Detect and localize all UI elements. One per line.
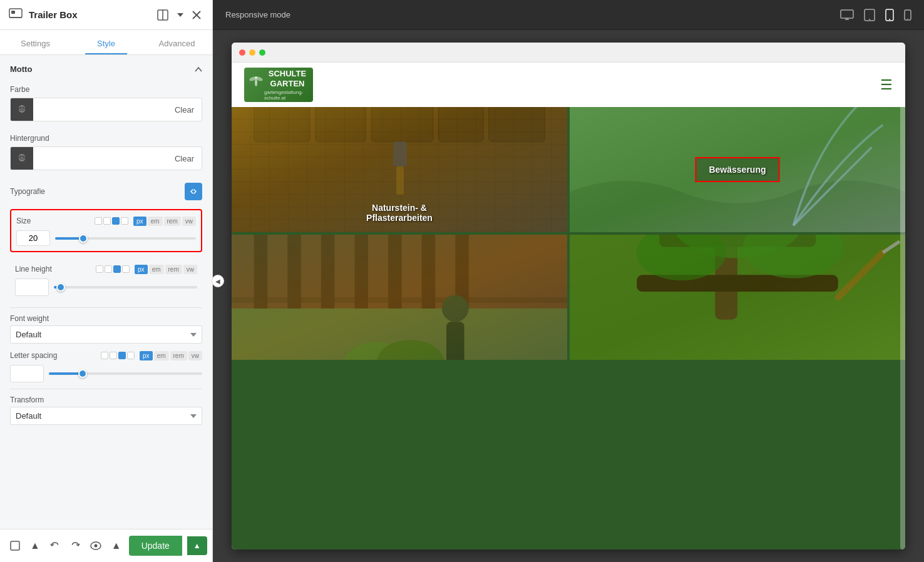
ls-unit-em[interactable]: em — [154, 351, 169, 360]
collapse-panel-btn[interactable]: ◀ — [213, 275, 224, 287]
ls-sq4[interactable] — [127, 352, 135, 359]
close-btn[interactable] — [190, 9, 203, 21]
mobile-icon[interactable] — [885, 9, 894, 21]
size-unit-em[interactable]: em — [148, 217, 163, 226]
svg-rect-12 — [841, 10, 853, 18]
motto-section-toggle[interactable] — [195, 64, 202, 74]
grid-caption-2-highlighted: Bewässerung — [695, 157, 779, 182]
hamburger-menu[interactable]: ☰ — [880, 77, 893, 93]
grid-caption-1: Naturstein- &Pflasterarbeiten — [232, 203, 567, 223]
svg-rect-49 — [422, 235, 435, 309]
lh-input[interactable] — [15, 278, 49, 296]
svg-rect-9 — [11, 541, 19, 550]
lh-sq3[interactable] — [113, 265, 121, 273]
size-sq3[interactable] — [112, 217, 120, 225]
transform-label: Transform — [10, 396, 202, 404]
right-panel: Responsive mode — [213, 0, 924, 562]
svg-point-20 — [907, 18, 908, 19]
svg-rect-38 — [396, 166, 404, 195]
lh-sq1[interactable] — [96, 265, 103, 273]
ls-sq3[interactable] — [118, 352, 126, 359]
logo-sub: gartengestaltung-schulte.at — [264, 89, 311, 101]
footer-dropdown-btn[interactable]: ▲ — [109, 538, 124, 554]
browser-frame-container: SCHULTE GARTEN gartengestaltung-schulte.… — [213, 30, 924, 562]
ls-input[interactable] — [10, 365, 44, 382]
ls-slider-track[interactable] — [49, 372, 202, 375]
logo-text-garten: GARTEN — [264, 79, 311, 89]
svg-point-16 — [869, 19, 870, 20]
preview-scrollbar[interactable] — [900, 63, 905, 549]
transform-wrapper: Transform Default None Uppercase Lowerca… — [10, 396, 202, 425]
ls-unit-rem[interactable]: rem — [170, 351, 187, 360]
svg-rect-47 — [355, 235, 368, 309]
undo-btn[interactable] — [48, 538, 63, 553]
lh-unit-rem[interactable]: rem — [165, 265, 182, 274]
browser-content: SCHULTE GARTEN gartengestaltung-schulte.… — [232, 63, 905, 549]
size-unit-vw[interactable]: vw — [182, 217, 196, 226]
size-sq1[interactable] — [95, 217, 102, 225]
svg-point-24 — [255, 76, 257, 79]
hintergrund-clear-btn[interactable]: Clear — [33, 154, 202, 163]
topbar: Responsive mode — [213, 0, 924, 30]
lh-slider-track[interactable] — [54, 286, 197, 289]
lh-unit-px[interactable]: px — [135, 265, 148, 274]
ls-unit-vw[interactable]: vw — [188, 351, 202, 360]
ls-top-row: Letter spacing px em rem vw — [10, 350, 202, 361]
browser-dot-red — [239, 49, 245, 56]
eye-btn[interactable] — [88, 539, 104, 553]
footer-up-btn[interactable]: ▲ — [28, 538, 43, 554]
font-weight-select[interactable]: Default 100 200 300 400 500 600 700 800 … — [10, 325, 202, 344]
browser-dot-yellow — [249, 49, 255, 56]
lh-slider-thumb[interactable] — [56, 283, 65, 292]
browser-dot-green — [259, 49, 265, 56]
lh-unit-boxes: px em rem vw — [96, 263, 197, 275]
size-input[interactable] — [16, 230, 50, 246]
ls-unit-px[interactable]: px — [140, 351, 153, 360]
update-btn[interactable]: Update — [129, 536, 182, 556]
typografie-link-btn[interactable] — [185, 183, 202, 200]
ls-sq1[interactable] — [101, 352, 108, 359]
size-unit-rem[interactable]: rem — [164, 217, 181, 226]
layout-dropdown-btn[interactable] — [175, 12, 186, 18]
update-arrow-btn[interactable]: ▲ — [187, 536, 207, 555]
lh-unit-vw[interactable]: vw — [183, 265, 197, 274]
panel-header-left: Trailer Box — [9, 7, 78, 23]
size-slider-track[interactable] — [55, 237, 196, 240]
ls-slider-thumb[interactable] — [78, 369, 87, 378]
typografie-header: Typografie — [0, 178, 212, 205]
image-grid: Naturstein- &Pflasterarbeiten — [232, 107, 905, 360]
tablet-icon[interactable] — [864, 9, 875, 21]
svg-rect-45 — [287, 235, 300, 309]
small-mobile-icon[interactable] — [904, 9, 911, 21]
size-sq2[interactable] — [103, 217, 111, 225]
logo-text-schulte: SCHULTE — [264, 69, 311, 79]
layout-btn[interactable] — [155, 8, 171, 22]
desktop-icon[interactable] — [840, 9, 854, 21]
size-input-row — [16, 230, 196, 246]
size-label: Size — [16, 217, 31, 225]
size-sq4[interactable] — [121, 217, 128, 225]
size-unit-px[interactable]: px — [133, 217, 146, 226]
size-field-wrapper: Size px em rem vw — [10, 209, 202, 252]
lh-unit-em[interactable]: em — [149, 265, 164, 274]
svg-point-21 — [255, 79, 257, 86]
farbe-clear-btn[interactable]: Clear — [33, 105, 202, 115]
tab-style[interactable]: Style — [71, 30, 141, 54]
expand-panel-btn[interactable] — [8, 538, 23, 553]
redo-btn[interactable] — [68, 538, 83, 553]
ls-sq2[interactable] — [110, 352, 117, 359]
lh-sq2[interactable] — [105, 265, 112, 273]
motto-section-header: Motto — [0, 55, 212, 80]
svg-rect-48 — [388, 235, 401, 309]
size-slider-thumb[interactable] — [79, 234, 88, 243]
transform-select[interactable]: Default None Uppercase Lowercase Capital… — [10, 407, 202, 425]
lh-sq4[interactable] — [122, 265, 130, 273]
font-weight-label: Font weight — [10, 314, 202, 323]
svg-point-18 — [889, 19, 890, 20]
tab-advanced[interactable]: Advanced — [141, 30, 212, 54]
tab-settings[interactable]: Settings — [0, 30, 71, 54]
lh-label: Line height — [15, 265, 52, 273]
panel-footer: ▲ ▲ Update ▲ — [0, 529, 212, 562]
farbe-color-swatch[interactable] — [11, 98, 33, 121]
hintergrund-color-swatch[interactable] — [11, 147, 33, 170]
